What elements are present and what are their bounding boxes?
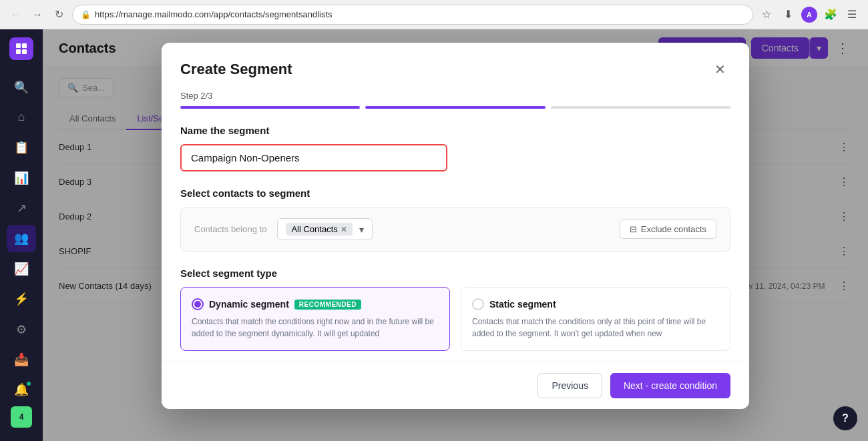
- static-radio[interactable]: [472, 298, 484, 310]
- browser-icons: ☆ ⬇ A 🧩 ☰: [758, 7, 860, 23]
- contacts-section-title: Select contacts to segment: [180, 187, 730, 199]
- step-bar-2: [365, 106, 545, 109]
- campaigns-icon: 📋: [14, 140, 29, 155]
- dynamic-segment-desc: Contacts that match the conditions right…: [192, 316, 439, 340]
- all-contacts-tag: All Contacts ✕: [286, 223, 352, 236]
- dynamic-segment-name: Dynamic segment: [209, 299, 289, 310]
- sidebar-item-trends[interactable]: 📈: [7, 255, 36, 282]
- svg-rect-0: [16, 43, 21, 48]
- main-content: Contacts Import Contacts Contacts ▾ ⋮ 🔍 …: [43, 29, 868, 441]
- dynamic-segment-header: Dynamic segment RECOMMENDED: [192, 298, 439, 310]
- sidebar-item-campaigns[interactable]: 📋: [7, 134, 36, 161]
- create-segment-modal: Create Segment ✕ Step 2/3 Name the segme…: [162, 43, 749, 409]
- downloads-icon: 📥: [14, 352, 29, 367]
- modal-close-button[interactable]: ✕: [709, 59, 730, 80]
- sidebar-item-downloads[interactable]: 📥: [7, 346, 36, 373]
- menu-icon[interactable]: ☰: [844, 7, 860, 23]
- remove-tag-button[interactable]: ✕: [341, 225, 347, 234]
- exclude-contacts-button[interactable]: ⊟ Exclude contacts: [620, 219, 716, 239]
- contacts-icon: 👥: [14, 231, 29, 246]
- share-icon: ↗: [17, 201, 27, 215]
- contacts-row: Contacts belong to All Contacts ✕ ▾ ⊟ Ex…: [180, 207, 730, 252]
- svg-rect-3: [22, 49, 27, 54]
- back-button[interactable]: ←: [8, 7, 24, 23]
- radio-dot: [194, 301, 201, 308]
- sidebar: 🔍 ⌂ 📋 📊 ↗ 👥 📈 ⚡ ⚙ 📥 🔔: [0, 29, 43, 441]
- dynamic-segment-card[interactable]: Dynamic segment RECOMMENDED Contacts tha…: [180, 287, 450, 351]
- help-button[interactable]: ?: [833, 406, 857, 430]
- lock-icon: 🔒: [81, 10, 91, 19]
- step-bar-1: [180, 106, 360, 109]
- search-icon: 🔍: [14, 80, 29, 95]
- sidebar-item-contacts[interactable]: 👥: [7, 225, 36, 252]
- modal-overlay: Create Segment ✕ Step 2/3 Name the segme…: [43, 29, 868, 441]
- extensions-icon[interactable]: 🧩: [823, 7, 839, 23]
- sidebar-item-share[interactable]: ↗: [7, 194, 36, 222]
- sidebar-item-integrations[interactable]: ⚡: [7, 285, 36, 312]
- browser-bar: ← → ↻ 🔒 https://manage.mailmodo.com/app/…: [0, 0, 868, 29]
- analytics-icon: 📊: [14, 171, 29, 185]
- sidebar-item-search[interactable]: 🔍: [7, 73, 36, 101]
- segment-name-input[interactable]: [180, 144, 447, 171]
- filter-icon: ⊟: [630, 224, 637, 234]
- integrations-icon: ⚡: [14, 292, 29, 306]
- step-indicator: Step 2/3: [180, 91, 730, 101]
- bookmark-icon[interactable]: ☆: [758, 7, 775, 23]
- modal-footer: Previous Next - create condition: [162, 362, 749, 409]
- url-bar[interactable]: 🔒 https://manage.mailmodo.com/app/contac…: [72, 5, 753, 25]
- step-bar-3: [551, 106, 730, 109]
- step-bars: [180, 106, 730, 109]
- sidebar-item-analytics[interactable]: 📊: [7, 164, 36, 191]
- forward-button[interactable]: →: [29, 7, 45, 23]
- settings-icon: ⚙: [16, 322, 27, 337]
- url-text: https://manage.mailmodo.com/app/contacts…: [95, 9, 333, 19]
- user-avatar[interactable]: 4: [11, 406, 32, 428]
- refresh-button[interactable]: ↻: [51, 7, 67, 23]
- modal-title: Create Segment: [180, 61, 292, 78]
- svg-rect-2: [16, 49, 21, 54]
- static-segment-header: Static segment: [472, 298, 719, 310]
- sidebar-item-notifications[interactable]: 🔔: [7, 376, 36, 404]
- svg-rect-1: [22, 43, 27, 48]
- static-segment-card[interactable]: Static segment Contacts that match the c…: [461, 287, 730, 351]
- static-segment-name: Static segment: [489, 299, 556, 310]
- static-segment-desc: Contacts that match the conditions only …: [472, 316, 719, 340]
- sidebar-logo[interactable]: [9, 37, 33, 60]
- contacts-belong-label: Contacts belong to: [194, 224, 266, 234]
- notification-badge: [25, 380, 32, 387]
- profile-avatar[interactable]: A: [801, 7, 817, 23]
- next-create-condition-button[interactable]: Next - create condition: [610, 373, 730, 398]
- trends-icon: 📈: [14, 262, 29, 276]
- download-icon[interactable]: ⬇: [780, 7, 796, 23]
- recommended-badge: RECOMMENDED: [294, 300, 361, 310]
- previous-button[interactable]: Previous: [537, 373, 602, 398]
- name-section-title: Name the segment: [180, 125, 730, 136]
- segment-type-grid: Dynamic segment RECOMMENDED Contacts tha…: [180, 287, 730, 351]
- home-icon: ⌂: [18, 110, 25, 124]
- contacts-dropdown[interactable]: All Contacts ✕ ▾: [277, 218, 372, 240]
- modal-header: Create Segment ✕: [162, 43, 749, 91]
- type-section-title: Select segment type: [180, 268, 730, 279]
- dropdown-arrow-icon: ▾: [359, 224, 364, 235]
- modal-body: Step 2/3 Name the segment Select contact…: [162, 91, 749, 362]
- sidebar-item-home[interactable]: ⌂: [7, 103, 36, 131]
- sidebar-item-settings[interactable]: ⚙: [7, 316, 36, 343]
- dynamic-radio[interactable]: [192, 298, 204, 310]
